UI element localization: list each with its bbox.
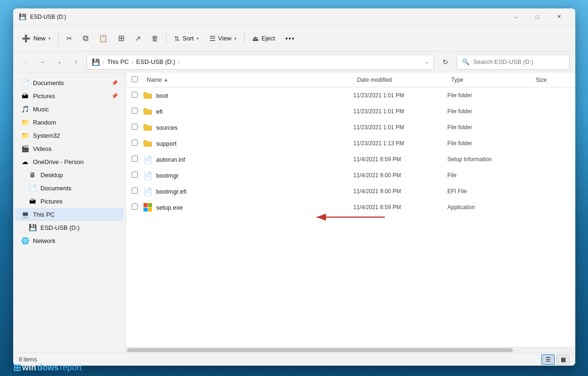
row-checkbox[interactable]: [132, 204, 143, 211]
sidebar-item-system32[interactable]: 📁 System32: [15, 129, 124, 142]
file-checkbox-7[interactable]: [132, 204, 138, 210]
sort-button[interactable]: ⇅ Sort ▾: [169, 29, 204, 48]
esd-usb-icon: 💾: [28, 223, 37, 232]
sidebar-item-onedrive[interactable]: ☁ OneDrive - Person: [15, 155, 124, 168]
eject-icon: ⏏: [252, 34, 259, 43]
column-header: Name ▲ Date modified Type Size: [126, 72, 575, 87]
more-button[interactable]: •••: [281, 29, 300, 48]
forward-button[interactable]: →: [36, 55, 49, 69]
row-checkbox[interactable]: [132, 108, 143, 115]
file-date: 11/23/2021 1:01 PM: [353, 124, 447, 131]
file-icon-container: [143, 123, 152, 132]
file-type: File folder: [447, 124, 532, 131]
file-name: bootmgr: [156, 172, 353, 179]
file-date: 11/4/2021 9:00 PM: [353, 188, 447, 195]
paste-button[interactable]: 📋: [94, 29, 112, 48]
file-date: 11/4/2021 9:00 PM: [353, 172, 447, 179]
file-icon-container: [143, 107, 152, 116]
title-bar: 💾 ESD-USB (D:) – □ ✕: [13, 8, 575, 25]
sidebar-item-random[interactable]: 📁 Random: [15, 116, 124, 129]
view-button[interactable]: ☰ View ▾: [205, 29, 241, 48]
file-list: boot 11/23/2021 1:01 PM File folder efi …: [126, 87, 575, 347]
table-row[interactable]: 📄 bootmgr 11/4/2021 9:00 PM File: [126, 167, 575, 183]
sidebar-item-desktop[interactable]: 🖥 Desktop: [15, 168, 124, 181]
table-row[interactable]: 📄 autorun.inf 11/4/2021 8:59 PM Setup In…: [126, 151, 575, 167]
type-column-header[interactable]: Type: [447, 75, 532, 85]
breadcrumb-sep-3: ›: [178, 59, 180, 65]
sidebar-item-videos[interactable]: 🎬 Videos: [15, 142, 124, 155]
share-button[interactable]: ↗: [130, 29, 146, 48]
delete-button[interactable]: 🗑: [147, 29, 163, 48]
file-checkbox-2[interactable]: [132, 124, 138, 130]
documents2-icon: 📄: [28, 184, 37, 192]
date-column-header[interactable]: Date modified: [353, 75, 447, 85]
inf-icon: 📄: [143, 155, 152, 164]
table-row[interactable]: support 11/23/2021 1:13 PM File folder: [126, 135, 575, 151]
scrollbar-thumb[interactable]: [127, 348, 513, 352]
size-column-header[interactable]: Size: [532, 75, 570, 85]
dropdown-button[interactable]: ⌄: [53, 55, 66, 69]
view-label: View: [218, 35, 231, 42]
pin-icon-documents: 📌: [111, 80, 118, 86]
table-row[interactable]: efi 11/23/2021 1:01 PM File folder: [126, 103, 575, 119]
file-type: EFI File: [447, 188, 532, 195]
row-checkbox[interactable]: [132, 188, 143, 195]
toolbar-separator-1: [58, 32, 59, 45]
view-chevron-icon: ▾: [234, 36, 237, 41]
horizontal-scrollbar[interactable]: [126, 347, 575, 352]
folder-icon: [143, 92, 152, 99]
file-checkbox-1[interactable]: [132, 108, 138, 114]
sort-icon: ⇅: [174, 35, 180, 42]
sidebar-item-esd-usb[interactable]: 💾 ESD-USB (D:): [15, 221, 124, 234]
search-icon: 🔍: [462, 58, 469, 65]
search-bar[interactable]: 🔍: [457, 55, 570, 70]
sidebar-item-pictures[interactable]: 🏔 Pictures 📌: [15, 89, 124, 102]
file-checkbox-0[interactable]: [132, 92, 138, 98]
file-checkbox-3[interactable]: [132, 140, 138, 146]
sidebar-label-random: Random: [33, 119, 118, 126]
check-all[interactable]: [132, 76, 143, 84]
name-column-header[interactable]: Name ▲: [143, 75, 353, 85]
address-bar[interactable]: 💾 › This PC › ESD-USB (D:) › ⌄: [87, 55, 434, 70]
eject-button[interactable]: ⏏ Eject: [247, 29, 280, 48]
row-checkbox[interactable]: [132, 172, 143, 179]
sidebar-item-thispc[interactable]: 💻 This PC: [15, 208, 124, 221]
row-checkbox[interactable]: [132, 92, 143, 99]
copy-button[interactable]: ⧉: [78, 29, 93, 48]
details-view-button[interactable]: ☰: [541, 354, 555, 365]
table-row[interactable]: setup.exe 11/4/2021 8:59 PM Application: [126, 199, 575, 215]
paste-icon: 📋: [99, 34, 108, 43]
row-checkbox[interactable]: [132, 140, 143, 147]
sidebar-item-documents[interactable]: 📄 Documents 📌: [15, 76, 124, 89]
file-type: File folder: [447, 140, 532, 147]
refresh-button[interactable]: ↻: [438, 55, 453, 70]
maximize-button[interactable]: □: [526, 8, 548, 25]
minimize-button[interactable]: –: [505, 8, 526, 25]
sidebar-item-pictures2[interactable]: 🏔 Pictures: [15, 195, 124, 208]
row-checkbox[interactable]: [132, 156, 143, 163]
table-row[interactable]: sources 11/23/2021 1:01 PM File folder: [126, 119, 575, 135]
file-checkbox-4[interactable]: [132, 156, 138, 162]
select-all-checkbox[interactable]: [132, 76, 138, 82]
search-input[interactable]: [473, 58, 564, 65]
sidebar-label-thispc: This PC: [33, 211, 118, 218]
sidebar-item-network[interactable]: 🌐 Network: [15, 234, 124, 247]
file-checkbox-6[interactable]: [132, 188, 138, 194]
new-icon: ➕: [22, 34, 31, 43]
row-checkbox[interactable]: [132, 124, 143, 131]
rename-button[interactable]: ⊞: [113, 29, 129, 48]
main-area: 📄 Documents 📌 🏔 Pictures 📌 🎵 Music 📁 Ran…: [13, 72, 575, 352]
new-button[interactable]: ➕ New ▾: [17, 29, 56, 48]
cut-button[interactable]: ✂: [62, 29, 77, 48]
close-button[interactable]: ✕: [548, 8, 570, 25]
file-icon-container: [143, 139, 152, 148]
back-button[interactable]: ←: [19, 55, 32, 69]
tiles-view-button[interactable]: ▦: [556, 354, 570, 365]
file-name: bootmgr.efi: [156, 188, 353, 195]
up-button[interactable]: ↑: [70, 55, 83, 69]
sidebar-item-music[interactable]: 🎵 Music: [15, 102, 124, 116]
file-checkbox-5[interactable]: [132, 172, 138, 178]
table-row[interactable]: 📄 bootmgr.efi 11/4/2021 9:00 PM EFI File: [126, 183, 575, 199]
table-row[interactable]: boot 11/23/2021 1:01 PM File folder: [126, 87, 575, 103]
sidebar-item-documents2[interactable]: 📄 Documents: [15, 181, 124, 195]
